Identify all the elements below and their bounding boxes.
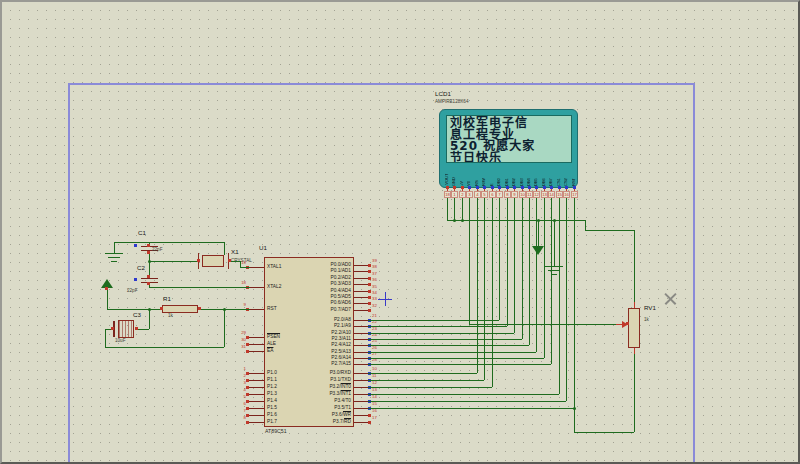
pin-end-marker [368,421,371,424]
wire [574,432,634,433]
lcd-pin-number: 8 [504,191,511,198]
pin-end-marker [446,186,449,189]
junction-dot [148,260,151,263]
wire [469,198,470,324]
mcu-pin-number: 38 [372,264,377,269]
mcu-pin-number: 32 [372,303,377,308]
pot-pin-stub [634,302,635,308]
wire [368,380,484,381]
lcd-pin-number: 11 [526,191,533,198]
pin-end-marker [198,307,201,310]
lcd-pin-name: DB3 [520,163,525,186]
mcu-pin-number: 2 [226,373,246,378]
pin-end-marker [368,270,371,273]
wire [368,345,529,346]
wire [574,198,575,408]
pin-end-marker [147,275,150,278]
pin-end-marker [111,327,114,330]
pin-end-marker [134,278,137,281]
mcu-pin-label: P3.4/T0 [270,398,351,403]
pin-end-marker [535,186,538,189]
sheet-border [68,83,695,464]
lcd-pin-number: 2 [459,191,466,198]
pin-end-marker [246,421,249,424]
lcd-pin-name: DB0 [497,163,502,186]
mcu-pin-label: P3.1/TXD [270,377,351,382]
pin-end-marker [368,277,371,280]
pot-rv1[interactable] [628,308,640,348]
mcu-pin-label: P3.7/RD [270,419,351,424]
lcd-pin-number: 9 [511,191,518,198]
lcd-pin-number: 7 [496,191,503,198]
pin-end-marker [246,350,249,353]
wire [574,408,575,432]
wire [507,198,508,326]
mcu-pin-number: 30 [226,337,246,342]
wire [368,352,536,353]
wire [368,387,492,388]
wire [224,242,225,255]
wire [514,198,515,333]
ground-icon [545,266,563,267]
lcd-pin-name: RST [572,163,577,186]
lcd-pin-number: 18 [444,191,451,198]
mcu-pin-stub [248,344,264,345]
junction-dot [453,219,456,222]
mcu-pin-stub [248,373,264,374]
lcd-pin-name: CS2 [564,163,569,186]
mcu-pin-number: 8 [226,415,246,420]
wire [368,364,551,365]
mcu-pin-label: P0.7/AD7 [270,307,351,312]
mcu-pin-number: 17 [372,415,377,420]
c3-ref-label: C3 [133,312,141,318]
c2-value-label: 22pF [127,288,137,293]
mcu-pin-stub [248,351,264,352]
pin-end-marker [368,290,371,293]
mcu-pin-number: 6 [226,401,246,406]
lcd-pin-name: DB6 [542,163,547,186]
wire [105,347,224,348]
crystal-x1[interactable] [202,255,224,267]
mcu-part-label: AT89C51 [265,429,287,434]
schematic-canvas[interactable]: LCD1 AMPIRE128X64 刘校军电子信 息工程专业 520 祝愿大家 … [0,0,800,464]
mcu-pin-label: P0.3/AD3 [270,281,351,286]
resistor-r1[interactable] [162,305,198,313]
mcu-ref-label: U1 [259,245,267,251]
mcu-pin-number: 3 [226,380,246,385]
mcu-pin-label: P2.1/A9 [270,323,351,328]
pin-end-marker [498,186,501,189]
wire [368,326,507,327]
lcd-pin-name: E [490,163,495,186]
wire [585,220,586,230]
pin-end-marker [483,186,486,189]
wire [585,230,634,231]
lcd-text-line: 节日快乐 [447,153,571,163]
ground-icon [105,253,123,254]
pin-end-marker [565,186,568,189]
wire [240,267,250,268]
mcu-pin-number: 18 [226,280,246,285]
origin-cross-icon [385,292,386,306]
lcd-pin-name: +V [460,163,465,186]
junction-dot [461,219,464,222]
capacitor-c3[interactable] [118,320,134,338]
wire [566,198,567,401]
mcu-pin-stub [248,337,264,338]
lcd-pin-name: GND [452,163,457,186]
mcu-pin-number: 9 [226,302,246,307]
pin-end-marker [197,259,200,262]
mcu-pin-label: P3.3/INT1 [270,391,351,396]
wire [544,198,545,358]
mcu-pin-stub [248,401,264,402]
mcu-pin-number: 36 [372,277,377,282]
mcu-pin-stub [248,380,264,381]
wire [447,198,448,220]
pot-pin-stub [634,348,635,354]
r1-ref-label: R1 [163,296,171,302]
mcu-pin-stub [248,422,264,423]
r1-value-label: 1k [168,313,173,318]
lcd-pin-name: DB7 [549,163,554,186]
pin-end-marker [368,296,371,299]
pin-end-marker [147,244,150,247]
lcd-pin-number: 5 [481,191,488,198]
